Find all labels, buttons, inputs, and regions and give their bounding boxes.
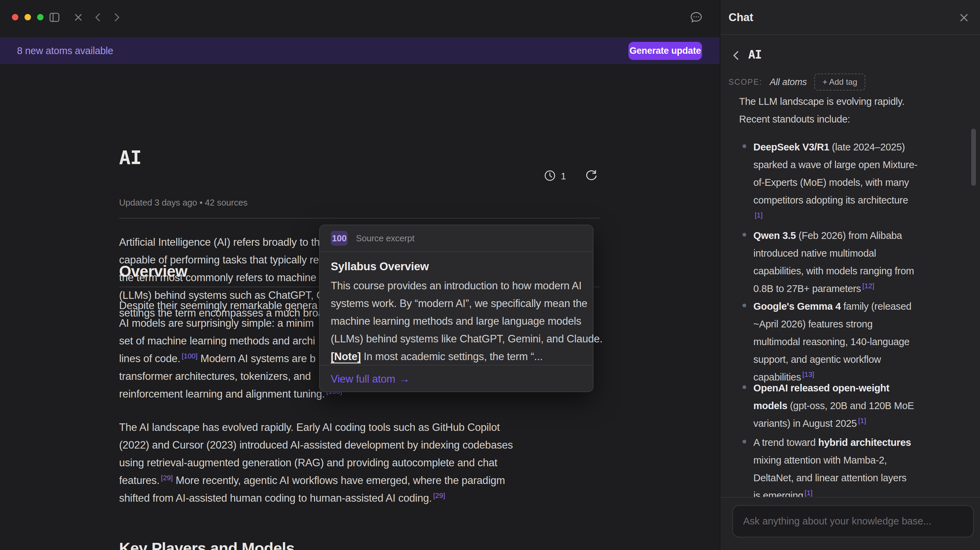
history-count: 1	[561, 171, 566, 182]
text-line: The LLM landscape is evolving rapidly.	[739, 95, 964, 110]
chat-bullet-item: A trend toward hybrid architecturesmixin…	[753, 434, 964, 497]
nav-forward-icon[interactable]	[111, 11, 123, 24]
text-line: This course provides an introduction to …	[331, 277, 582, 295]
scope-value[interactable]: All atoms	[770, 77, 807, 88]
bullet-dot-icon	[743, 144, 746, 148]
text-line: A trend toward hybrid architectures	[753, 434, 964, 451]
citation-link[interactable]: [100]	[180, 352, 198, 360]
text-line: [Note] In most academic settings, the te…	[331, 348, 582, 365]
banner-message: 8 new atoms available	[17, 45, 113, 56]
text-line: OpenAI released open-weight	[753, 379, 964, 397]
article-actions: 1	[544, 169, 598, 183]
popover-label: Source excerpt	[356, 233, 414, 244]
article-paragraph-2: The AI landscape has evolved rapidly. Ea…	[119, 419, 616, 507]
source-number-badge: 100	[331, 231, 348, 246]
update-banner: 8 new atoms available Generate update	[0, 37, 720, 64]
text-line: 0.8B to 27B+ parameters[12]	[753, 280, 964, 298]
citation-link[interactable]: [12]	[861, 282, 874, 290]
add-tag-button[interactable]: + Add tag	[814, 73, 865, 91]
titlebar	[0, 0, 720, 37]
excerpt-title: Syllabus Overview	[331, 260, 429, 273]
chat-intro-text: The LLM landscape is evolving rapidly.Re…	[739, 95, 964, 128]
text-line: sparked a wave of large open Mixture-	[753, 156, 964, 174]
arrow-right-icon: →	[399, 373, 410, 385]
popover-header: 100 Source excerpt	[320, 225, 593, 252]
traffic-light-minimize[interactable]	[24, 14, 31, 21]
text-line: of-Experts (MoE) models, with many	[753, 174, 964, 191]
citation-link[interactable]: [1]	[753, 211, 762, 219]
text-line: machine learning methods and large langu…	[331, 312, 582, 330]
app-window: 8 new atoms available Generate update AI…	[0, 0, 980, 550]
chat-thread-title: AI	[748, 48, 762, 61]
chat-header: Chat	[721, 0, 980, 35]
text-line: multimodal reasoning, 140-language	[753, 333, 964, 351]
article-view: AI 1 Updated 3 days ago • 42 sources	[0, 64, 720, 550]
text-line: DeepSeek V3/R1 (late 2024–2025)	[753, 138, 964, 156]
text-line: Google's Gemma 4 family (released	[753, 298, 964, 315]
text-line: DeltaNet, and linear attention layers	[753, 469, 964, 487]
chat-input[interactable]	[732, 505, 974, 537]
text-line: [1]	[753, 209, 964, 227]
toggle-sidebar-icon[interactable]	[48, 11, 60, 24]
overview-heading: Overview	[119, 262, 188, 281]
text-line: Qwen 3.5 (Feb 2026) from Alibaba	[753, 227, 964, 244]
text-line: introduced native multimodal	[753, 244, 964, 262]
citation-link[interactable]: [29]	[432, 491, 445, 499]
text-line: features.[29] More recently, agentic AI …	[119, 472, 616, 489]
chat-scrollbar-thumb[interactable]	[971, 129, 976, 186]
article-meta: Updated 3 days ago • 42 sources	[119, 198, 247, 208]
text-line: (LLMs) behind systems like ChatGPT, Gemi…	[331, 330, 582, 348]
history-clock-icon[interactable]	[544, 169, 556, 183]
text-line: The AI landscape has evolved rapidly. Ea…	[119, 419, 616, 436]
header-divider	[119, 218, 600, 218]
citation-link[interactable]: [1]	[857, 416, 866, 424]
nav-back-icon[interactable]	[92, 11, 104, 24]
close-tab-icon[interactable]	[72, 11, 84, 24]
text-line: shifted from AI-assisted human coding to…	[119, 489, 616, 507]
text-line: competitors adopting its architecture	[753, 191, 964, 209]
citation-link[interactable]: [29]	[159, 474, 173, 481]
excerpt-body: This course provides an introduction to …	[331, 277, 582, 365]
text-line: using retrieval-augmented generation (RA…	[119, 454, 616, 472]
text-line: systems work. By “modern AI”, we specifi…	[331, 295, 582, 312]
citation-link[interactable]: [13]	[801, 370, 814, 378]
chat-bullet-item: OpenAI released open-weightmodels (gpt-o…	[753, 379, 964, 432]
text-line: models (gpt-oss, 20B and 120B MoE	[753, 397, 964, 414]
scope-row: SCOPE: All atoms + Add tag	[729, 73, 865, 91]
citation-link[interactable]: [1]	[803, 489, 813, 497]
chat-close-icon[interactable]	[958, 11, 970, 24]
text-line: mixing attention with Mamba-2,	[753, 451, 964, 469]
chat-bullet-item: Google's Gemma 4 family (released~April …	[753, 298, 964, 386]
chat-bullet-item: Qwen 3.5 (Feb 2026) from Alibabaintroduc…	[753, 227, 964, 298]
view-full-atom-label: View full atom	[331, 373, 395, 385]
text-line: (2022) and Cursor (2023) introduced AI-a…	[119, 436, 616, 454]
chat-panel-title: Chat	[729, 11, 753, 24]
text-line: Recent standouts include:	[739, 110, 964, 128]
text-line: capabilities, with models ranging from	[753, 262, 964, 280]
source-excerpt-popover: 100 Source excerpt Syllabus Overview Thi…	[319, 225, 593, 392]
article-title: AI	[119, 146, 141, 169]
text-line: is emerging[1]	[753, 487, 964, 497]
text-line: support, and agentic workflow	[753, 351, 964, 368]
chat-back-icon[interactable]	[730, 49, 742, 62]
scope-label: SCOPE:	[729, 78, 762, 87]
view-full-atom-link[interactable]: View full atom →	[331, 373, 410, 385]
bullet-dot-icon	[743, 440, 746, 443]
bullet-dot-icon	[743, 304, 746, 307]
chat-toggle-icon[interactable]	[690, 11, 702, 24]
text-line: ~April 2026) features strong	[753, 315, 964, 333]
traffic-light-zoom[interactable]	[37, 14, 43, 21]
chat-panel: Chat AI SCOPE: All atoms + Add tag The L…	[720, 0, 980, 550]
chat-bullet-item: DeepSeek V3/R1 (late 2024–2025)sparked a…	[753, 138, 964, 227]
popover-footer: View full atom →	[320, 365, 593, 393]
generate-update-button[interactable]: Generate update	[628, 42, 702, 60]
main-area: 8 new atoms available Generate update AI…	[0, 0, 720, 550]
key-players-heading: Key Players and Models	[119, 539, 295, 550]
bullet-dot-icon	[743, 233, 746, 236]
chat-messages: The LLM landscape is evolving rapidly.Re…	[721, 95, 980, 497]
traffic-light-close[interactable]	[12, 14, 18, 21]
refresh-icon[interactable]	[585, 169, 598, 183]
bullet-dot-icon	[743, 385, 746, 389]
text-line: variants) in August 2025[1]	[753, 414, 964, 432]
chat-input-zone	[721, 497, 980, 550]
